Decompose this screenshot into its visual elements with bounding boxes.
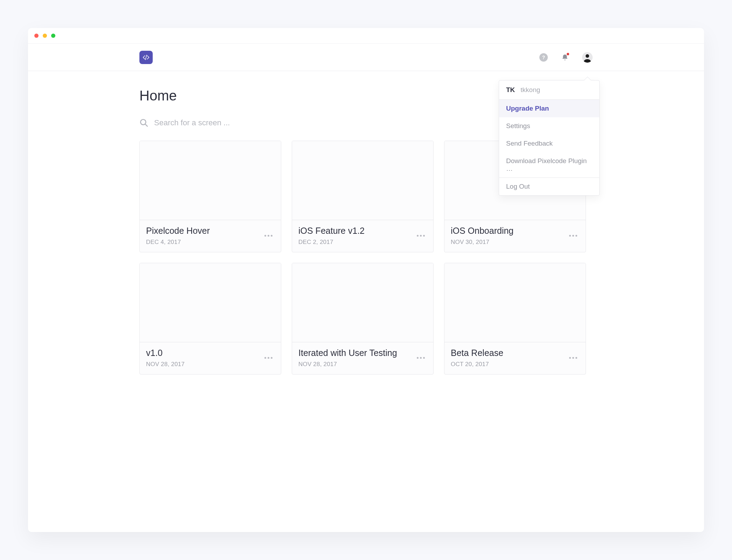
notifications-button[interactable] — [561, 54, 569, 61]
project-thumbnail — [140, 263, 281, 342]
help-icon: ? — [539, 53, 548, 62]
help-button[interactable]: ? — [539, 53, 548, 62]
close-window-button[interactable] — [34, 34, 39, 38]
avatar — [582, 52, 593, 63]
menu-send-feedback[interactable]: Send Feedback — [499, 135, 599, 152]
project-more-button[interactable] — [262, 355, 275, 361]
user-initials: TK — [506, 86, 515, 94]
profile-dropdown: TK tkkong Upgrade Plan Settings Send Fee… — [499, 80, 600, 196]
project-more-button[interactable] — [567, 233, 579, 239]
project-card[interactable]: iOS Feature v1.2 DEC 2, 2017 — [292, 141, 434, 252]
window-controls — [34, 34, 55, 38]
dots-icon — [417, 235, 419, 237]
app-logo[interactable] — [139, 51, 153, 64]
svg-point-0 — [586, 54, 589, 58]
project-thumbnail — [292, 141, 433, 220]
app-window: ? TK tkkong — [28, 28, 704, 532]
dropdown-user-header: TK tkkong — [499, 80, 599, 100]
search-icon — [139, 118, 149, 127]
maximize-window-button[interactable] — [51, 34, 55, 38]
project-card[interactable]: Beta Release OCT 20, 2017 — [444, 263, 586, 374]
project-card-footer: iOS Feature v1.2 DEC 2, 2017 — [292, 220, 433, 252]
avatar-icon — [582, 52, 593, 63]
project-title: Beta Release — [451, 348, 567, 358]
project-card-footer: Beta Release OCT 20, 2017 — [444, 342, 586, 374]
project-date: NOV 28, 2017 — [298, 361, 415, 368]
project-card-footer: v1.0 NOV 28, 2017 — [140, 342, 281, 374]
menu-download-plugin[interactable]: Download Pixelcode Plugin … — [499, 152, 599, 177]
minimize-window-button[interactable] — [43, 34, 47, 38]
project-more-button[interactable] — [415, 233, 427, 239]
project-card-footer: Iterated with User Testing NOV 28, 2017 — [292, 342, 433, 374]
menu-settings[interactable]: Settings — [499, 117, 599, 135]
search-input[interactable] — [154, 118, 329, 127]
project-title: iOS Onboarding — [451, 226, 567, 236]
project-thumbnail — [444, 263, 586, 342]
main-content: Home Pixelcode Hover DEC 4, 2017 — [28, 71, 704, 391]
project-date: DEC 2, 2017 — [298, 239, 415, 246]
project-card-footer: Pixelcode Hover DEC 4, 2017 — [140, 220, 281, 252]
project-date: OCT 20, 2017 — [451, 361, 567, 368]
project-more-button[interactable] — [262, 233, 275, 239]
project-card[interactable]: Iterated with User Testing NOV 28, 2017 — [292, 263, 434, 374]
code-icon — [143, 54, 150, 61]
project-more-button[interactable] — [415, 355, 427, 361]
project-date: NOV 28, 2017 — [146, 361, 262, 368]
menu-log-out[interactable]: Log Out — [499, 178, 599, 195]
project-title: v1.0 — [146, 348, 262, 358]
menu-upgrade-plan[interactable]: Upgrade Plan — [499, 100, 599, 117]
profile-button[interactable] — [582, 52, 593, 63]
user-username: tkkong — [520, 86, 540, 94]
dots-icon — [264, 357, 266, 359]
project-date: DEC 4, 2017 — [146, 239, 262, 246]
project-thumbnail — [140, 141, 281, 220]
dots-icon — [569, 235, 571, 237]
window-titlebar — [28, 28, 704, 44]
dots-icon — [264, 235, 266, 237]
dots-icon — [417, 357, 419, 359]
project-title: Iterated with User Testing — [298, 348, 415, 358]
project-card[interactable]: v1.0 NOV 28, 2017 — [139, 263, 281, 374]
dots-icon — [569, 357, 571, 359]
svg-point-1 — [140, 119, 146, 125]
project-card[interactable]: Pixelcode Hover DEC 4, 2017 — [139, 141, 281, 252]
project-title: Pixelcode Hover — [146, 226, 262, 236]
project-card-footer: iOS Onboarding NOV 30, 2017 — [444, 220, 586, 252]
project-more-button[interactable] — [567, 355, 579, 361]
project-title: iOS Feature v1.2 — [298, 226, 415, 236]
top-nav: ? TK tkkong — [28, 44, 704, 71]
svg-line-2 — [145, 124, 147, 126]
top-right-actions: ? TK tkkong — [539, 52, 593, 63]
notification-badge — [567, 53, 569, 55]
project-date: NOV 30, 2017 — [451, 239, 567, 246]
project-thumbnail — [292, 263, 433, 342]
